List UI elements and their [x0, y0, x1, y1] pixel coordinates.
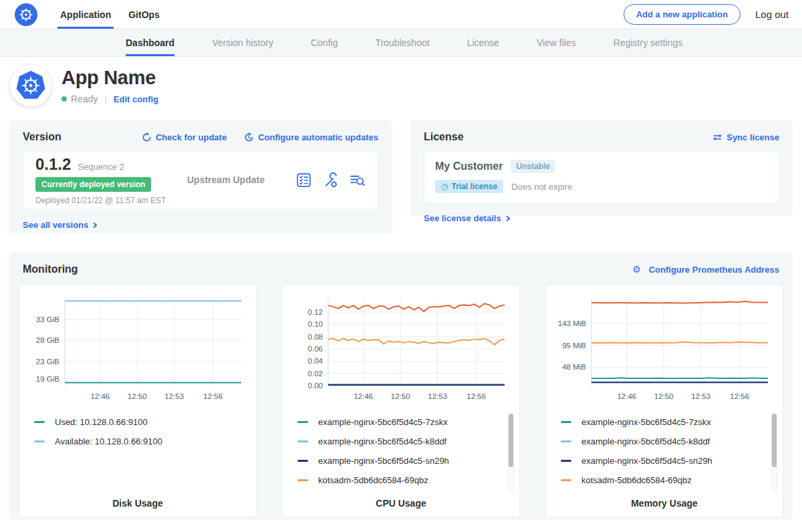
- legend-scrollbar-thumb[interactable]: [772, 414, 777, 467]
- tab-version-history[interactable]: Version history: [212, 29, 273, 56]
- legend-color-dash: [561, 440, 571, 442]
- legend-color-dash: [561, 479, 571, 481]
- cpu-usage-chart-card: 0.000.020.040.060.080.100.1212:4612:5012…: [282, 285, 520, 517]
- tab-troubleshoot[interactable]: Troubleshoot: [375, 29, 429, 56]
- edit-config-link[interactable]: Edit config: [114, 94, 158, 104]
- x-axis-tick-label: 12:46: [617, 392, 636, 400]
- legend-label: Available: 10.128.0.66:9100: [55, 436, 162, 446]
- tab-label: License: [467, 37, 499, 48]
- add-application-button[interactable]: Add a new application: [624, 4, 741, 25]
- tab-registry-settings[interactable]: Registry settings: [614, 29, 682, 56]
- see-all-versions-link[interactable]: See all versions: [23, 220, 96, 230]
- x-axis-tick-label: 12:50: [128, 392, 147, 400]
- kubernetes-logo-icon: [15, 3, 37, 26]
- tab-dashboard[interactable]: Dashboard: [126, 29, 174, 56]
- see-all-versions-label: See all versions: [23, 220, 88, 230]
- y-axis-tick-label: 48 MiB: [562, 363, 586, 371]
- disk-usage-title: Disk Usage: [27, 498, 248, 509]
- preflight-checks-icon[interactable]: [295, 172, 312, 188]
- y-axis-tick-label: 0.06: [308, 345, 323, 353]
- kubernetes-heptagon-icon: [15, 70, 47, 102]
- legend-label: Used: 10.128.0.66:9100: [55, 417, 148, 427]
- x-axis-tick-label: 12:53: [164, 392, 184, 400]
- legend-label: example-nginx-5bc6f5d4c5-k8ddf: [581, 436, 710, 446]
- stopwatch-icon: ◷: [441, 182, 448, 191]
- y-axis-tick-label: 0.00: [308, 382, 323, 390]
- license-header-links: Sync license: [712, 132, 779, 142]
- legend-item: Used: 10.128.0.66:9100: [34, 412, 248, 432]
- see-all-versions-row: See all versions: [23, 219, 378, 231]
- check-for-update-link[interactable]: Check for update: [142, 132, 227, 142]
- memory-usage-legend: example-nginx-5bc6f5d4c5-7zskxexample-ng…: [561, 412, 775, 494]
- legend-scrollbar-thumb[interactable]: [509, 414, 513, 467]
- version-sequence: Sequence 2: [78, 162, 124, 172]
- sync-license-link[interactable]: Sync license: [712, 132, 779, 142]
- y-axis-tick-label: 19 GiB: [36, 375, 59, 383]
- legend-color-dash: [297, 479, 308, 481]
- deployed-timestamp: Deployed 01/21/22 @ 11:57 am EST: [35, 196, 179, 205]
- sync-arrows-icon: [712, 133, 722, 142]
- version-card: Version Check for update: [9, 120, 392, 234]
- logout-button[interactable]: Log out: [755, 9, 789, 20]
- tab-config[interactable]: Config: [311, 29, 338, 56]
- legend-label: example-nginx-5bc6f5d4c5-7zskx: [318, 417, 448, 427]
- legend-color-dash: [34, 421, 45, 423]
- deploy-logs-icon[interactable]: [349, 172, 366, 188]
- license-card-header: License Sync license: [424, 131, 779, 143]
- brand-logo[interactable]: [15, 0, 37, 29]
- tab-license[interactable]: License: [467, 29, 499, 56]
- nav-item-application[interactable]: Application: [57, 0, 114, 29]
- x-axis-tick-label: 12:56: [730, 392, 749, 400]
- legend-item: example-nginx-5bc6f5d4c5-k8ddf: [297, 432, 511, 451]
- x-axis-tick-label: 12:46: [354, 392, 373, 400]
- customer-name: My Customer: [435, 160, 503, 172]
- license-info-box: My Customer Unstable ◷ Trial license Doe…: [424, 151, 779, 203]
- disk-usage-chart-card: 19 GiB23 GiB28 GiB33 GiB12:4612:5012:531…: [19, 285, 257, 517]
- deployed-version-badge: Currently deployed version: [35, 177, 151, 192]
- nav-item-label: GitOps: [128, 9, 160, 20]
- cpu-usage-plot: 0.000.020.040.060.080.100.1212:4612:5012…: [291, 292, 511, 410]
- version-action-icons: [295, 172, 366, 188]
- monitoring-card: Monitoring ⚙ Configure Prometheus Addres…: [9, 253, 793, 520]
- app-header: App Name Ready | Edit config: [0, 57, 802, 115]
- chart-svg: 0.000.020.040.060.080.100.1212:4612:5012…: [291, 292, 510, 407]
- legend-label: kotsadm-5db6dc6584-69qbz: [318, 475, 428, 485]
- configure-prometheus-link[interactable]: ⚙ Configure Prometheus Address: [632, 264, 779, 275]
- legend-label: example-nginx-5bc6f5d4c5-7zskx: [581, 417, 711, 427]
- helm-wheel-icon: [19, 7, 33, 22]
- memory-usage-plot: 48 MiB95 MiB143 MiB12:4612:5012:5312:56: [554, 292, 775, 410]
- tab-view-files[interactable]: View files: [537, 29, 576, 56]
- legend-scrollbar[interactable]: [771, 412, 777, 491]
- x-axis-tick-label: 12:46: [90, 392, 110, 400]
- version-card-title: Version: [23, 131, 61, 143]
- configure-automatic-updates-link[interactable]: Configure automatic updates: [244, 132, 378, 142]
- monitoring-title: Monitoring: [23, 263, 78, 275]
- version-header-links: Check for update Configure automatic upd…: [142, 132, 378, 142]
- app-title: App Name: [61, 67, 158, 89]
- configure-prometheus-label: Configure Prometheus Address: [649, 265, 779, 275]
- see-license-details-link[interactable]: See license details: [424, 213, 509, 223]
- legend-color-dash: [297, 460, 308, 462]
- check-for-update-label: Check for update: [156, 132, 227, 142]
- nav-item-gitops[interactable]: GitOps: [126, 0, 162, 29]
- legend-color-dash: [297, 421, 308, 423]
- disk-usage-legend: Used: 10.128.0.66:9100Available: 10.128.…: [34, 412, 248, 494]
- legend-label: example-nginx-5bc6f5d4c5-sn29h: [581, 456, 712, 466]
- legend-item: example-nginx-5bc6f5d4c5-sn29h: [561, 451, 775, 471]
- edit-config-wrench-icon[interactable]: [322, 172, 339, 188]
- memory-usage-title: Memory Usage: [554, 498, 775, 509]
- chevron-right-icon: [92, 222, 97, 227]
- trial-license-label: Trial license: [451, 182, 497, 191]
- navbar-spacer: [174, 0, 624, 29]
- series-line: [328, 303, 505, 311]
- y-axis-tick-label: 95 MiB: [562, 342, 586, 350]
- dashboard-content: Version Check for update: [0, 115, 802, 520]
- license-card-title: License: [424, 131, 464, 143]
- legend-scrollbar[interactable]: [508, 412, 514, 491]
- monitoring-header: Monitoring ⚙ Configure Prometheus Addres…: [19, 263, 783, 275]
- auto-update-clock-icon: [244, 132, 254, 142]
- y-axis-tick-label: 0.10: [308, 320, 323, 328]
- channel-badge: Unstable: [511, 160, 555, 173]
- series-line: [591, 378, 768, 378]
- app-tab-bar: Dashboard Version history Config Trouble…: [0, 29, 802, 57]
